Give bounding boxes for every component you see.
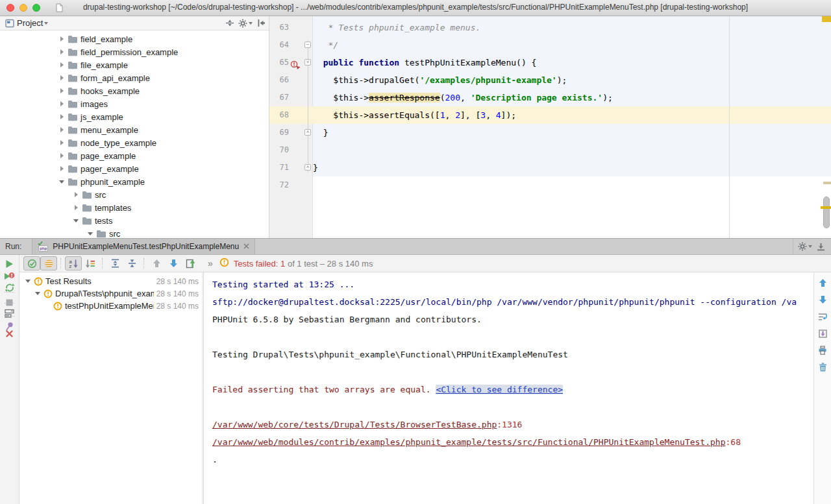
- file-link[interactable]: /var/www/web/core/tests/Drupal/Tests/Bro…: [212, 420, 497, 429]
- view-diff-link[interactable]: <Click to see difference>: [436, 385, 563, 394]
- code-line-63[interactable]: 63 * Tests phpunit_example menus.: [269, 19, 831, 36]
- run-configuration-tab[interactable]: php PHPUnitExampleMenuTest.testPhpUnitEx…: [32, 239, 255, 254]
- show-passed-button[interactable]: [23, 256, 40, 270]
- code-editor[interactable]: 63 * Tests phpunit_example menus.64− */6…: [269, 16, 831, 238]
- tree-item-page_example[interactable]: page_example: [0, 149, 268, 162]
- test-tree-row[interactable]: Test Results28 s 140 ms: [19, 275, 202, 287]
- test-tree-row[interactable]: Drupal\Tests\phpunit_example\Functional\…: [19, 287, 202, 300]
- chevron-right-icon[interactable]: [57, 36, 66, 42]
- test-failed-icon: [53, 302, 62, 311]
- chevron-right-icon[interactable]: [57, 101, 66, 106]
- test-tree-row[interactable]: testPhpUnitExampleMenu28 s 140 ms: [19, 300, 202, 312]
- tree-item-js_example[interactable]: js_example: [0, 110, 268, 123]
- line-number: 69: [269, 124, 289, 141]
- chevron-down-icon[interactable]: [44, 22, 48, 25]
- chevron-right-icon[interactable]: [71, 205, 81, 210]
- run-settings-gear-button[interactable]: [797, 240, 813, 253]
- tree-item-field_example[interactable]: field_example: [0, 32, 268, 45]
- toolbar-separator: [102, 258, 103, 269]
- hide-project-panel-button[interactable]: [253, 17, 269, 30]
- expand-all-button[interactable]: [106, 256, 123, 270]
- error-stripe-warning-mark[interactable]: [822, 16, 831, 22]
- chevron-right-icon[interactable]: [57, 88, 66, 93]
- code-line-64[interactable]: 64− */: [269, 36, 831, 54]
- chevron-right-icon[interactable]: [57, 49, 66, 54]
- project-tool-icon: [5, 19, 14, 28]
- editor-scrollbar-thumb[interactable]: [823, 197, 830, 228]
- chevron-down-icon[interactable]: [57, 180, 66, 184]
- close-tab-icon[interactable]: [243, 242, 249, 251]
- select-opened-file-button[interactable]: [222, 17, 238, 30]
- tree-item-hooks_example[interactable]: hooks_example: [0, 84, 268, 97]
- sort-alphabetically-button[interactable]: az: [65, 256, 82, 270]
- console-line: [212, 363, 813, 381]
- tree-item-templates[interactable]: templates: [0, 201, 268, 214]
- chevron-right-icon[interactable]: [57, 62, 66, 67]
- chevron-down-icon[interactable]: [71, 219, 81, 222]
- tree-item-phpunit_example[interactable]: phpunit_example: [0, 175, 268, 188]
- soft-wrap-button[interactable]: [814, 310, 831, 323]
- fold-marker-icon[interactable]: ˄: [304, 129, 311, 136]
- console-line: /var/www/web/modules/contrib/examples/ph…: [212, 433, 813, 451]
- code-token: 3: [480, 110, 486, 120]
- show-ignored-button[interactable]: [40, 256, 57, 270]
- tree-item-form_api_example[interactable]: form_api_example: [0, 71, 268, 84]
- restore-layout-button[interactable]: [0, 307, 19, 320]
- down-button[interactable]: [814, 293, 831, 306]
- tree-item-label: src: [95, 190, 106, 200]
- error-stripe-warning-mark[interactable]: [821, 206, 831, 209]
- tree-item-menu_example[interactable]: menu_example: [0, 123, 268, 136]
- tree-item-src[interactable]: src: [0, 227, 268, 238]
- chevron-right-icon[interactable]: [57, 114, 66, 119]
- chevron-down-icon[interactable]: [23, 280, 32, 283]
- tree-item-pager_example[interactable]: pager_example: [0, 162, 268, 175]
- chevron-down-icon[interactable]: [86, 232, 95, 235]
- tree-item-images[interactable]: images: [0, 97, 268, 110]
- chevron-right-icon[interactable]: [71, 192, 81, 197]
- more-options-chevrons[interactable]: »: [208, 258, 213, 269]
- chevron-right-icon[interactable]: [57, 75, 66, 80]
- import-test-results-button[interactable]: [182, 256, 199, 270]
- folder-icon: [68, 48, 78, 56]
- code-line-67[interactable]: 67 $this->assertResponse(200, 'Descripti…: [269, 89, 831, 106]
- rerun-button[interactable]: [0, 258, 19, 270]
- error-stripe-mark[interactable]: [823, 182, 831, 184]
- chevron-right-icon[interactable]: [57, 127, 66, 132]
- code-line-71[interactable]: 71˄}: [269, 159, 831, 176]
- code-line-68[interactable]: 68 $this->assertEquals([1, 2], [3, 4]);: [269, 106, 831, 124]
- scroll-to-end-button[interactable]: [814, 327, 831, 340]
- project-settings-gear-button[interactable]: [238, 17, 253, 30]
- chevron-right-icon[interactable]: [57, 166, 66, 171]
- chevron-down-icon[interactable]: [33, 292, 42, 295]
- fold-marker-icon[interactable]: ˅: [304, 59, 311, 66]
- toolbar-separator: [5, 292, 14, 293]
- code-line-69[interactable]: 69˄ }: [269, 124, 831, 141]
- tree-item-file_example[interactable]: file_example: [0, 58, 268, 71]
- chevron-right-icon[interactable]: [57, 153, 66, 158]
- previous-failed-test-button[interactable]: [148, 256, 165, 270]
- fold-marker-icon[interactable]: −: [304, 42, 311, 48]
- test-console-output[interactable]: Testing started at 13:25 ...sftp://docke…: [204, 272, 813, 504]
- console-line: Testing Drupal\Tests\phpunit_example\Fun…: [212, 346, 813, 363]
- code-line-70[interactable]: 70: [269, 141, 831, 159]
- next-failed-test-button[interactable]: [165, 256, 182, 270]
- code-line-66[interactable]: 66 $this->drupalGet('/examples/phpunit-e…: [269, 71, 831, 89]
- tree-item-node_type_example[interactable]: node_type_example: [0, 136, 268, 149]
- chevron-right-icon[interactable]: [57, 140, 66, 145]
- sort-by-duration-button[interactable]: [82, 256, 99, 270]
- line-number: 63: [269, 19, 289, 36]
- fold-marker-icon[interactable]: ˄: [304, 164, 311, 171]
- tree-item-field_permission_example[interactable]: field_permission_example: [0, 45, 268, 58]
- hide-run-panel-button[interactable]: [813, 240, 828, 253]
- print-button[interactable]: [814, 344, 831, 357]
- tree-item-tests[interactable]: tests: [0, 214, 268, 227]
- clear-all-button[interactable]: [814, 361, 831, 374]
- tree-item-label: file_example: [81, 60, 128, 70]
- file-link[interactable]: /var/www/web/modules/contrib/examples/ph…: [212, 437, 726, 447]
- tree-item-src[interactable]: src: [0, 188, 268, 201]
- collapse-all-button[interactable]: [123, 256, 140, 270]
- up-button[interactable]: [814, 276, 831, 289]
- close-button[interactable]: [0, 327, 19, 340]
- code-line-72[interactable]: 72: [269, 176, 831, 194]
- code-line-65[interactable]: 65˅ public function testPhpUnitExampleMe…: [269, 54, 831, 71]
